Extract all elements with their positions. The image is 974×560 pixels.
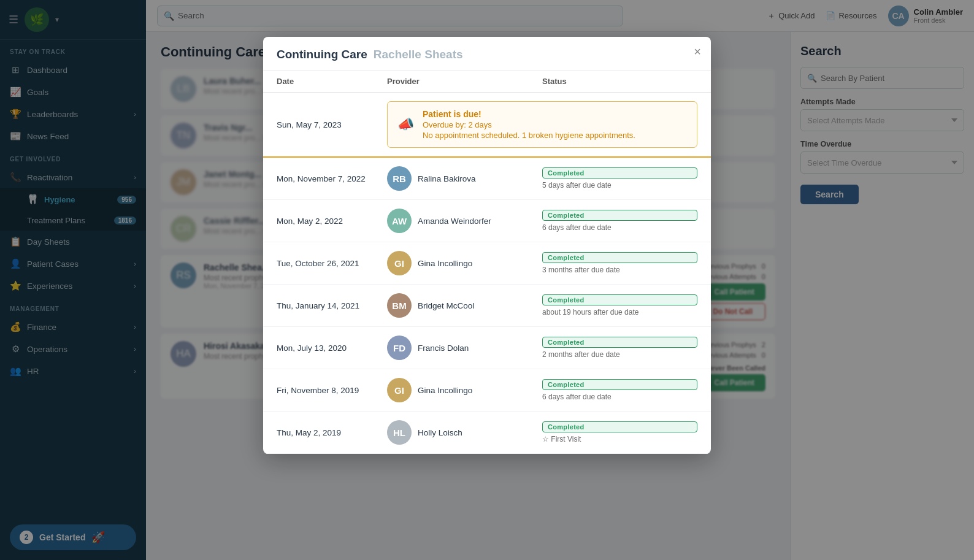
- status-badge: Completed: [542, 379, 697, 390]
- modal-header: Continuing Care Rachelle Sheats ×: [263, 37, 711, 71]
- status-cell: Completed5 days after due date: [542, 167, 697, 190]
- due-date: Sun, May 7, 2023: [277, 120, 387, 129]
- row-date: Mon, May 2, 2022: [277, 217, 387, 226]
- row-date: Fri, November 8, 2019: [277, 386, 387, 395]
- avatar: GI: [387, 251, 412, 275]
- provider-name: Gina Incollingo: [418, 259, 472, 268]
- modal-row: Fri, November 8, 2019GIGina IncollingoCo…: [263, 369, 711, 412]
- modal-table-header: Date Provider Status: [263, 71, 711, 93]
- continuing-care-modal: Continuing Care Rachelle Sheats × Date P…: [263, 37, 711, 454]
- status-cell: Completed3 months after due date: [542, 252, 697, 274]
- row-date: Thu, January 14, 2021: [277, 301, 387, 310]
- provider-name: Ralina Bakirova: [418, 174, 476, 183]
- row-date: Tue, October 26, 2021: [277, 259, 387, 268]
- modal-rows: Mon, November 7, 2022RBRalina BakirovaCo…: [263, 158, 711, 454]
- status-sub: 2 months after due date: [542, 350, 697, 359]
- status-badge: Completed: [542, 337, 697, 348]
- avatar: BM: [387, 293, 412, 318]
- row-date: Mon, July 13, 2020: [277, 343, 387, 353]
- provider-name: Amanda Weindorfer: [418, 217, 491, 226]
- status-badge: Completed: [542, 421, 697, 432]
- col-date: Date: [277, 77, 387, 86]
- due-alert-box: 📣 Patient is due! Overdue by: 2 days No …: [387, 101, 697, 148]
- close-icon[interactable]: ×: [694, 45, 701, 58]
- provider-cell: GIGina Incollingo: [387, 378, 542, 402]
- status-badge: Completed: [542, 252, 697, 263]
- provider-name: Holly Loisch: [418, 428, 462, 437]
- status-cell: Completed6 days after due date: [542, 379, 697, 401]
- col-status: Status: [542, 77, 697, 86]
- status-cell: Completed6 days after due date: [542, 210, 697, 232]
- alert-title: Patient is due!: [423, 109, 635, 119]
- provider-name: Bridget McCool: [418, 301, 474, 310]
- avatar: GI: [387, 378, 412, 402]
- status-sub: ☆ First Visit: [542, 435, 697, 443]
- modal-row: Thu, May 2, 2019HLHolly LoischCompleted☆…: [263, 412, 711, 454]
- modal-row: Thu, January 14, 2021BMBridget McCoolCom…: [263, 285, 711, 327]
- provider-cell: FDFrancis Dolan: [387, 336, 542, 360]
- avatar: AW: [387, 209, 412, 233]
- modal-row: Mon, July 13, 2020FDFrancis DolanComplet…: [263, 327, 711, 369]
- status-badge: Completed: [542, 294, 697, 305]
- modal-row: Mon, November 7, 2022RBRalina BakirovaCo…: [263, 158, 711, 200]
- provider-cell: RBRalina Bakirova: [387, 166, 542, 191]
- modal-row: Tue, October 26, 2021GIGina IncollingoCo…: [263, 242, 711, 285]
- provider-name: Francis Dolan: [418, 343, 469, 353]
- status-sub: 6 days after due date: [542, 393, 697, 401]
- provider-cell: GIGina Incollingo: [387, 251, 542, 275]
- status-badge: Completed: [542, 167, 697, 178]
- status-sub: 5 days after due date: [542, 181, 697, 190]
- alert-note: No appointment scheduled. 1 broken hygie…: [423, 131, 635, 140]
- modal-due-row: Sun, May 7, 2023 📣 Patient is due! Overd…: [263, 93, 711, 158]
- status-cell: Completedabout 19 hours after due date: [542, 294, 697, 316]
- status-sub: 6 days after due date: [542, 223, 697, 232]
- status-sub: 3 months after due date: [542, 266, 697, 274]
- alert-icon: 📣: [397, 117, 414, 132]
- alert-overdue: Overdue by: 2 days: [423, 120, 635, 129]
- status-sub: about 19 hours after due date: [542, 308, 697, 316]
- provider-name: Gina Incollingo: [418, 386, 472, 395]
- modal-title: Continuing Care: [277, 48, 367, 61]
- provider-cell: BMBridget McCool: [387, 293, 542, 318]
- status-badge: Completed: [542, 210, 697, 221]
- avatar: RB: [387, 166, 412, 191]
- avatar: FD: [387, 336, 412, 360]
- modal-overlay: Continuing Care Rachelle Sheats × Date P…: [0, 0, 974, 560]
- status-cell: Completed☆ First Visit: [542, 421, 697, 443]
- modal-patient-name: Rachelle Sheats: [374, 48, 463, 61]
- row-date: Mon, November 7, 2022: [277, 174, 387, 183]
- modal-row: Mon, May 2, 2022AWAmanda WeindorferCompl…: [263, 200, 711, 242]
- avatar: HL: [387, 420, 412, 445]
- row-date: Thu, May 2, 2019: [277, 428, 387, 437]
- provider-cell: AWAmanda Weindorfer: [387, 209, 542, 233]
- col-provider: Provider: [387, 77, 542, 86]
- provider-cell: HLHolly Loisch: [387, 420, 542, 445]
- status-cell: Completed2 months after due date: [542, 337, 697, 359]
